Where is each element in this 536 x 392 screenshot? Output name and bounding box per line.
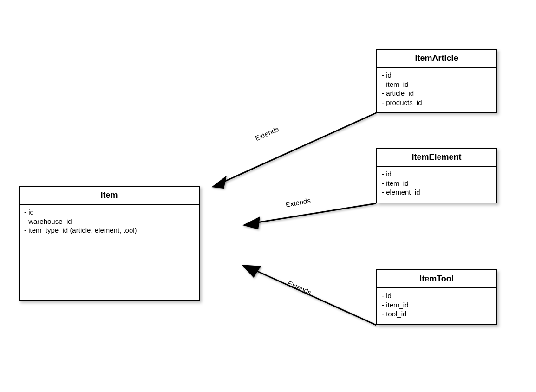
class-item-element-attr: - item_id bbox=[382, 179, 491, 188]
class-item-tool-attr: - item_id bbox=[382, 301, 491, 310]
class-item-attr: - item_type_id (article, element, tool) bbox=[24, 226, 194, 235]
class-item-attr: - id bbox=[24, 208, 194, 217]
svg-line-0 bbox=[222, 113, 376, 183]
class-item-article-attr: - item_id bbox=[382, 80, 491, 89]
class-item-tool-attr: - id bbox=[382, 291, 491, 301]
edge-label-item-article: Extends bbox=[254, 125, 280, 143]
class-item-title: Item bbox=[20, 187, 199, 205]
class-item-article-attr: - id bbox=[382, 71, 491, 80]
class-item-element: ItemElement - id - item_id - element_id bbox=[376, 148, 497, 203]
svg-marker-5 bbox=[242, 265, 261, 278]
class-item-article-attr: - article_id bbox=[382, 89, 491, 98]
edge-label-item-element: Extends bbox=[285, 196, 311, 209]
class-item-article-body: - id - item_id - article_id - products_i… bbox=[377, 68, 496, 111]
class-item-tool-body: - id - item_id - tool_id bbox=[377, 288, 496, 323]
class-item-attr: - warehouse_id bbox=[24, 217, 194, 226]
class-item-body: - id - warehouse_id - item_type_id (arti… bbox=[20, 205, 199, 240]
class-item-element-title: ItemElement bbox=[377, 149, 496, 167]
class-item-article: ItemArticle - id - item_id - article_id … bbox=[376, 49, 497, 113]
class-item-tool-title: ItemTool bbox=[377, 270, 496, 288]
class-item-element-body: - id - item_id - element_id bbox=[377, 167, 496, 202]
class-item-article-attr: - products_id bbox=[382, 98, 491, 107]
svg-line-2 bbox=[255, 203, 376, 223]
svg-line-4 bbox=[253, 269, 376, 325]
class-item-tool-attr: - tool_id bbox=[382, 309, 491, 319]
edge-label-item-tool: Extends bbox=[287, 279, 313, 297]
class-item-element-attr: - id bbox=[382, 170, 491, 179]
class-item-tool: ItemTool - id - item_id - tool_id bbox=[376, 269, 497, 325]
class-item: Item - id - warehouse_id - item_type_id … bbox=[19, 186, 200, 301]
svg-marker-3 bbox=[242, 216, 260, 229]
class-item-article-title: ItemArticle bbox=[377, 50, 496, 68]
class-item-element-attr: - element_id bbox=[382, 188, 491, 197]
svg-marker-1 bbox=[211, 176, 227, 189]
edge-item-element bbox=[242, 203, 376, 229]
edge-item-article bbox=[211, 113, 376, 189]
